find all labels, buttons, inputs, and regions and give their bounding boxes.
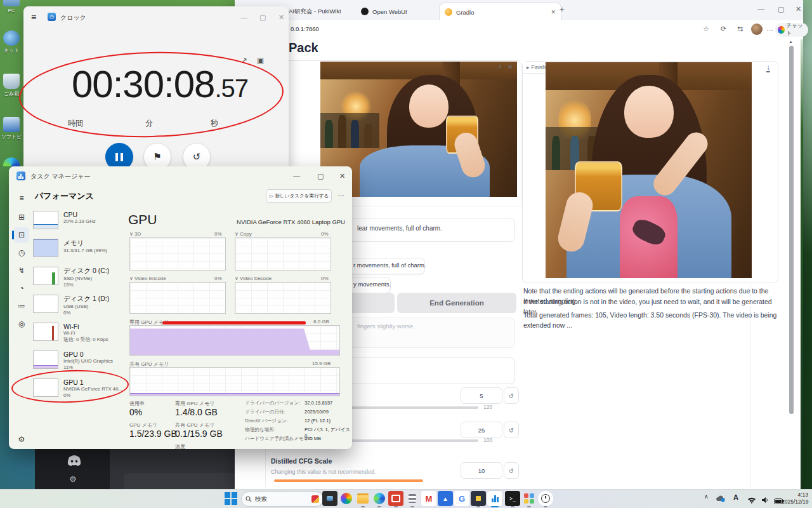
taskbar-terminal-icon[interactable]: >_ [505, 491, 520, 506]
url-text[interactable]: 0.0.1:7860 [291, 25, 319, 32]
discord-settings-gear-icon[interactable]: ⚙ [69, 474, 77, 484]
tm-maximize-button[interactable]: ▢ [317, 172, 324, 180]
wallpaper-edge-strip [801, 39, 803, 489]
collections-icon[interactable]: ⟳ [721, 25, 726, 33]
clock-close-button[interactable]: ✕ [278, 13, 284, 22]
tm-list-item-disk1[interactable]: ディスク 1 (D:) USB (USB) 0% [33, 295, 126, 321]
taskbar-search-box[interactable]: 検索 [241, 491, 324, 507]
stat-label: GPU メモリ [129, 422, 157, 429]
tray-chevron-up-icon[interactable]: ∧ [704, 493, 709, 500]
discord-logo-icon[interactable] [65, 452, 83, 470]
tm-nav-history-icon[interactable]: ◷ [14, 245, 29, 260]
discord-message-input[interactable] [124, 473, 235, 489]
desktop-icon-network[interactable]: ネット [1, 30, 22, 54]
ime-mode-indicator[interactable]: A [733, 493, 738, 501]
running-indicator [544, 506, 547, 507]
chart-label-3d: ∨ 3D [129, 231, 141, 237]
tm-minimize-button[interactable]: — [293, 172, 300, 180]
tm-list-item-cpu[interactable]: CPU 20% 2.19 GHz [33, 211, 126, 237]
taskbar-copilot-icon[interactable] [339, 491, 354, 506]
taskbar-grid-app-icon[interactable] [521, 491, 537, 506]
tm-nav-processes-icon[interactable]: ⊞ [14, 210, 29, 225]
clock-minimize-button[interactable]: — [240, 13, 247, 21]
tm-nav-menu-icon[interactable]: ≡ [14, 190, 29, 206]
speaker-icon[interactable] [761, 495, 769, 506]
taskbar-clock-app-icon[interactable] [538, 491, 553, 506]
tm-close-button[interactable]: ✕ [339, 172, 345, 180]
taskbar-file-explorer-icon[interactable] [355, 491, 370, 506]
profile-avatar[interactable] [751, 23, 763, 35]
slider1-number-input[interactable]: 5 [461, 387, 502, 404]
page-scrollbar-thumb[interactable] [789, 46, 794, 414]
browser-close-button[interactable]: ✕ [796, 5, 801, 13]
start-button[interactable] [225, 492, 237, 505]
wifi-icon[interactable] [747, 495, 756, 506]
scrollbar-up-arrow[interactable]: ▲ [789, 39, 793, 44]
taskbar-briefcase-app-icon[interactable] [388, 491, 403, 506]
taskbar-drive-app-icon[interactable]: ▲ [438, 491, 453, 506]
chart-value-3d: 0% [214, 231, 222, 237]
pause-icon [121, 153, 123, 161]
driver-value: 12 (FL 12.1) [304, 418, 331, 424]
desktop-icon-edge[interactable]: Microso [1, 157, 22, 166]
tab-gradio[interactable]: Gradio ✕ [439, 3, 561, 21]
running-indicator [377, 506, 381, 507]
cfg-reset-button[interactable]: ↺ [504, 462, 519, 479]
browser-maximize-button[interactable]: ▢ [778, 5, 784, 13]
tm-nav-startup-icon[interactable]: ↯ [14, 263, 29, 278]
desktop-icon-pc[interactable]: PC [1, 0, 22, 13]
cfg-slider-track[interactable] [274, 479, 423, 482]
taskbar-calculator-icon[interactable] [405, 491, 420, 506]
running-indicator [511, 506, 514, 507]
tab-open-webui[interactable]: Open WebUI ✕ [356, 3, 449, 20]
tm-list-item-memory[interactable]: メモリ 31.3/31.7 GB (99%) [33, 239, 126, 265]
taskbar-task-manager-icon[interactable] [487, 491, 502, 506]
taskbar-notes-app-icon[interactable] [471, 491, 486, 506]
discord-window[interactable]: ⚙ [35, 449, 235, 489]
tm-more-options-icon[interactable]: … [337, 190, 344, 197]
tm-nav-users-icon[interactable]: ◔ [14, 281, 29, 296]
copilot-chat-button[interactable]: チャット [775, 23, 808, 37]
gpu-video-encode-chart [129, 282, 226, 314]
hamburger-menu-icon[interactable]: ≡ [31, 12, 36, 22]
finished-frame-image[interactable] [546, 62, 752, 278]
desktop-icon-software[interactable]: ソフトピ [1, 117, 22, 140]
slider1-reset-button[interactable]: ↺ [504, 387, 519, 404]
browser-minimize-button[interactable]: — [757, 5, 764, 13]
slider2-reset-button[interactable]: ↺ [504, 422, 519, 438]
running-indicator [476, 506, 480, 507]
browser-menu-icon[interactable]: … [766, 25, 773, 32]
tm-list-item-wifi[interactable]: Wi-Fi Wi-Fi 送信: 0 受信: 0 Kbps [33, 323, 126, 349]
metric-name: CPU [63, 211, 96, 218]
bookmark-star-icon[interactable]: ☆ [703, 25, 709, 33]
download-icon[interactable]: ↓ [766, 64, 770, 72]
taskbar-google-icon[interactable]: G [454, 491, 469, 506]
tray-clock[interactable]: 4:13 2025/12/19 [782, 491, 808, 506]
tm-settings-gear-icon[interactable]: ⚙ [14, 432, 29, 447]
gpu-3d-chart [129, 237, 226, 271]
task-manager-app-icon [16, 171, 25, 180]
tm-nav-selected-indicator [12, 231, 14, 239]
tm-nav-performance-icon[interactable]: ⊡ [14, 227, 29, 243]
image-fullscreen-icon[interactable]: ↗ [497, 64, 502, 70]
taskbar-gmail-icon[interactable]: M [421, 491, 436, 506]
tab-title: Gradio [456, 9, 475, 16]
taskbar-photos-app-icon[interactable] [322, 491, 337, 506]
slider2-number-input[interactable]: 25 [461, 422, 502, 438]
tm-nav-services-icon[interactable]: ◎ [14, 316, 29, 331]
tm-nav-details-icon[interactable]: ≔ [14, 298, 29, 314]
run-new-task-button[interactable]: ▷ 新しいタスクを実行する [266, 189, 332, 203]
end-generation-button[interactable]: End Generation [397, 293, 516, 313]
edge-icon [3, 157, 20, 166]
taskbar-edge-icon[interactable] [372, 491, 387, 506]
clock-maximize-button[interactable]: ▢ [259, 13, 266, 22]
gpu0-graph-thumbnail [33, 351, 58, 369]
onedrive-cloud-icon[interactable] [716, 493, 726, 505]
new-tab-button[interactable]: + [560, 4, 565, 14]
cfg-number-input[interactable]: 10 [461, 462, 502, 479]
image-clear-icon[interactable]: ✕ [508, 64, 513, 70]
run-task-icon: ▷ [270, 194, 273, 199]
tm-list-item-disk0[interactable]: ディスク 0 (C:) SSD (NVMe) 15% [33, 267, 126, 293]
extensions-icon[interactable]: ⇆ [737, 25, 743, 33]
tab-close-icon[interactable]: ✕ [551, 9, 556, 15]
